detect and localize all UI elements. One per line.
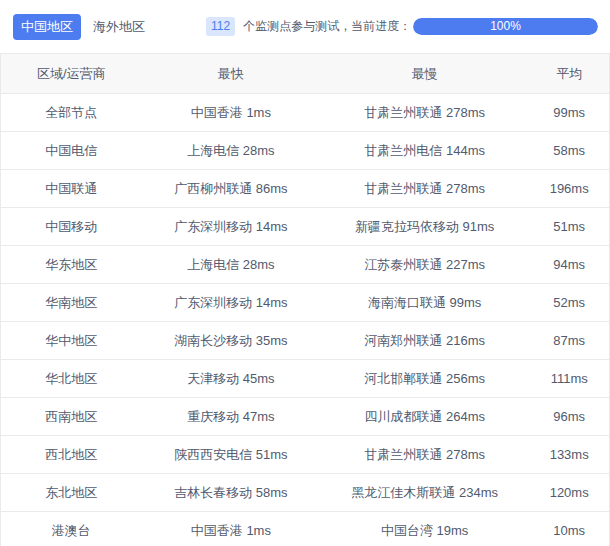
table-row: 西南地区重庆移动 47ms四川成都联通 264ms96ms (1, 398, 610, 436)
cell-region: 中国移动 (1, 208, 142, 246)
speedtest-panel: 中国地区 海外地区 112 个监测点参与测试，当前进度： 100% 区域/运营商… (0, 0, 610, 546)
table-row: 华北地区天津移动 45ms河北邯郸联通 256ms111ms (1, 360, 610, 398)
tab-overseas-region[interactable]: 海外地区 (93, 14, 145, 40)
cell-fastest: 广西柳州联通 86ms (142, 170, 320, 208)
progress-fill: 100% (413, 18, 598, 35)
column-header-slowest: 最慢 (320, 54, 529, 94)
cell-slowest: 江苏泰州联通 227ms (320, 246, 529, 284)
column-header-average: 平均 (529, 54, 609, 94)
table-row: 华中地区湖南长沙移动 35ms河南郑州联通 216ms87ms (1, 322, 610, 360)
cell-fastest: 吉林长春移动 58ms (142, 474, 320, 512)
cell-slowest: 黑龙江佳木斯联通 234ms (320, 474, 529, 512)
cell-fastest: 湖南长沙移动 35ms (142, 322, 320, 360)
cell-slowest: 四川成都联通 264ms (320, 398, 529, 436)
cell-slowest: 河南郑州联通 216ms (320, 322, 529, 360)
cell-fastest: 陕西西安电信 51ms (142, 436, 320, 474)
result-table: 区域/运营商 最快 最慢 平均 全部节点中国香港 1ms甘肃兰州联通 278ms… (0, 53, 610, 546)
cell-slowest: 甘肃兰州联通 278ms (320, 170, 529, 208)
table-row: 中国电信上海电信 28ms甘肃兰州电信 144ms58ms (1, 132, 610, 170)
cell-average: 94ms (529, 246, 609, 284)
cell-average: 196ms (529, 170, 609, 208)
table-row: 中国移动广东深圳移动 14ms新疆克拉玛依移动 91ms51ms (1, 208, 610, 246)
table-body: 全部节点中国香港 1ms甘肃兰州联通 278ms99ms中国电信上海电信 28m… (1, 94, 610, 546)
cell-fastest: 广东深圳移动 14ms (142, 284, 320, 322)
tab-china-region[interactable]: 中国地区 (13, 14, 81, 40)
status-text: 个监测点参与测试，当前进度： (243, 18, 411, 35)
cell-average: 111ms (529, 360, 609, 398)
cell-average: 58ms (529, 132, 609, 170)
cell-region: 中国联通 (1, 170, 142, 208)
cell-slowest: 新疆克拉玛依移动 91ms (320, 208, 529, 246)
cell-region: 华北地区 (1, 360, 142, 398)
table-row: 港澳台中国香港 1ms中国台湾 19ms10ms (1, 512, 610, 546)
cell-average: 52ms (529, 284, 609, 322)
cell-average: 99ms (529, 94, 609, 132)
table-row: 全部节点中国香港 1ms甘肃兰州联通 278ms99ms (1, 94, 610, 132)
cell-region: 东北地区 (1, 474, 142, 512)
cell-fastest: 中国香港 1ms (142, 512, 320, 546)
cell-fastest: 中国香港 1ms (142, 94, 320, 132)
cell-fastest: 上海电信 28ms (142, 246, 320, 284)
topbar: 中国地区 海外地区 112 个监测点参与测试，当前进度： 100% (0, 0, 610, 53)
cell-fastest: 天津移动 45ms (142, 360, 320, 398)
progress-bar: 100% (413, 18, 598, 35)
cell-slowest: 甘肃兰州电信 144ms (320, 132, 529, 170)
monitor-count-badge: 112 (206, 17, 235, 36)
cell-region: 华南地区 (1, 284, 142, 322)
cell-region: 华中地区 (1, 322, 142, 360)
cell-fastest: 广东深圳移动 14ms (142, 208, 320, 246)
cell-slowest: 海南海口联通 99ms (320, 284, 529, 322)
cell-average: 96ms (529, 398, 609, 436)
table-row: 华南地区广东深圳移动 14ms海南海口联通 99ms52ms (1, 284, 610, 322)
table-row: 华东地区上海电信 28ms江苏泰州联通 227ms94ms (1, 246, 610, 284)
cell-region: 中国电信 (1, 132, 142, 170)
cell-region: 西南地区 (1, 398, 142, 436)
cell-region: 全部节点 (1, 94, 142, 132)
cell-average: 10ms (529, 512, 609, 546)
cell-slowest: 中国台湾 19ms (320, 512, 529, 546)
cell-region: 港澳台 (1, 512, 142, 546)
cell-fastest: 重庆移动 47ms (142, 398, 320, 436)
cell-region: 西北地区 (1, 436, 142, 474)
cell-slowest: 甘肃兰州联通 278ms (320, 94, 529, 132)
column-header-fastest: 最快 (142, 54, 320, 94)
table-row: 西北地区陕西西安电信 51ms甘肃兰州联通 278ms133ms (1, 436, 610, 474)
column-header-region: 区域/运营商 (1, 54, 142, 94)
cell-slowest: 甘肃兰州联通 278ms (320, 436, 529, 474)
cell-average: 87ms (529, 322, 609, 360)
cell-average: 51ms (529, 208, 609, 246)
table-header: 区域/运营商 最快 最慢 平均 (1, 54, 610, 94)
cell-average: 120ms (529, 474, 609, 512)
cell-fastest: 上海电信 28ms (142, 132, 320, 170)
cell-region: 华东地区 (1, 246, 142, 284)
cell-average: 133ms (529, 436, 609, 474)
cell-slowest: 河北邯郸联通 256ms (320, 360, 529, 398)
table-row: 东北地区吉林长春移动 58ms黑龙江佳木斯联通 234ms120ms (1, 474, 610, 512)
table-row: 中国联通广西柳州联通 86ms甘肃兰州联通 278ms196ms (1, 170, 610, 208)
